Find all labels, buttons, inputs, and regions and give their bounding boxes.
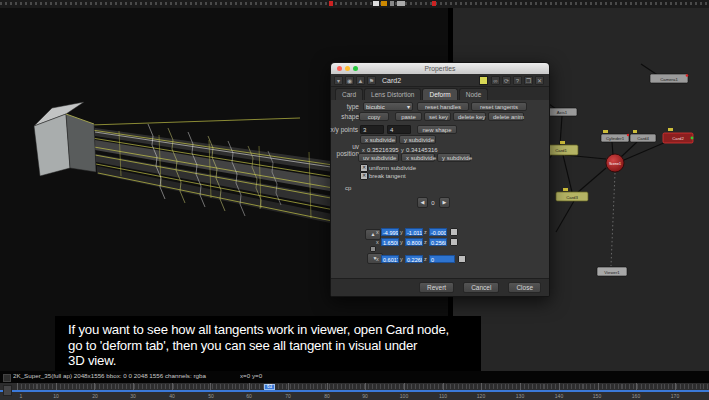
- tab-bar: Card Lens Distortion Deform Node: [331, 87, 549, 101]
- center-node-icon[interactable]: ◉: [345, 76, 354, 85]
- mac-close-button[interactable]: [337, 66, 342, 71]
- svg-text:80: 80: [324, 393, 330, 399]
- link-icon[interactable]: ∞: [491, 76, 500, 85]
- tangent-r3-y-field[interactable]: 0.22686273: [405, 255, 423, 263]
- break-tangent-label: break tangent: [369, 173, 406, 179]
- x-subdivide-button[interactable]: x subdivide: [360, 135, 397, 144]
- refresh-icon[interactable]: ⟳: [502, 76, 511, 85]
- revert-button[interactable]: Revert: [419, 282, 454, 293]
- tangent-r2-z-field[interactable]: 0.25603407: [429, 238, 447, 246]
- help-icon[interactable]: ?: [513, 76, 522, 85]
- tab-deform[interactable]: Deform: [422, 88, 457, 100]
- reset-tangents-button[interactable]: reset tangents: [471, 102, 527, 111]
- x-subdivide2-button[interactable]: x subdivide: [401, 153, 435, 162]
- uv-x-label: x: [362, 147, 365, 153]
- svg-text:Axis1: Axis1: [557, 110, 568, 115]
- next-cp-button[interactable]: ▶: [439, 197, 450, 208]
- node-color-swatch[interactable]: [479, 76, 488, 85]
- svg-text:Viewer1: Viewer1: [604, 270, 620, 275]
- ruler-marker-orange-icon: [381, 1, 387, 6]
- node-name-field[interactable]: Card2: [382, 77, 476, 84]
- tangent-r1-y-field[interactable]: -1.0110113: [405, 228, 423, 236]
- tab-card[interactable]: Card: [335, 88, 363, 100]
- caption-line-1: If you want to see how all tangents work…: [68, 322, 481, 338]
- properties-title: Properties: [347, 65, 532, 73]
- y-subdivide-button[interactable]: y subdivide: [399, 135, 436, 144]
- reset-handles-button[interactable]: reset handles: [417, 102, 469, 111]
- tangent-r3-x-field[interactable]: 0.60174042: [381, 255, 399, 263]
- xy-points-label: x/y points: [330, 126, 358, 133]
- z-axis-label: z: [424, 239, 427, 245]
- tangent-r3-anim-toggle[interactable]: [458, 255, 466, 263]
- tangent-r1-z-field[interactable]: -0.0000005: [429, 228, 447, 236]
- tab-lens-distortion[interactable]: Lens Distortion: [364, 88, 421, 100]
- top-frame-ruler[interactable]: [0, 0, 709, 8]
- paste-button[interactable]: paste: [395, 112, 422, 121]
- svg-text:150: 150: [593, 393, 602, 399]
- svg-text:140: 140: [555, 393, 564, 399]
- tangent-link-dot[interactable]: [370, 246, 376, 252]
- node-error-dot-icon: [627, 134, 629, 136]
- break-tangent-checkbox[interactable]: ✕: [360, 172, 368, 180]
- node-flag-icon: [633, 130, 637, 133]
- new-shape-button[interactable]: new shape: [417, 125, 457, 134]
- stack-toggle-icon[interactable]: ▾: [334, 76, 343, 85]
- svg-text:Card1: Card1: [555, 148, 567, 153]
- timeline-playhead[interactable]: 63: [264, 384, 275, 390]
- prev-cp-button[interactable]: ◀: [417, 197, 428, 208]
- float-window-icon[interactable]: ❐: [524, 76, 533, 85]
- cursor-position: x=0 y=0: [240, 373, 262, 380]
- svg-text:130: 130: [516, 393, 525, 399]
- uniform-subdivide-label: uniform subdivide: [369, 165, 416, 171]
- delete-anim-button[interactable]: delete anim: [488, 112, 524, 121]
- uv-x-value[interactable]: 0.35216395: [367, 147, 399, 153]
- bookmark-icon[interactable]: ⚑: [367, 76, 376, 85]
- node-camera[interactable]: Camera1: [650, 74, 688, 83]
- timeline-bar[interactable]: 63 1 10 20 30 40 50 60 70 80 90 100 110 …: [0, 383, 709, 400]
- node-flag-icon: [563, 188, 568, 191]
- tangent-r2-y-field[interactable]: 0.80000001: [405, 238, 423, 246]
- node-viewer[interactable]: Viewer1: [597, 267, 627, 276]
- svg-text:Cylinder1: Cylinder1: [606, 136, 625, 141]
- format-info: 2K_Super_35(full ap) 2048x1556 bbox: 0 0…: [13, 373, 206, 380]
- svg-text:Card4: Card4: [637, 136, 649, 141]
- copy-button[interactable]: copy: [359, 112, 389, 121]
- node-header-row: ▾ ◉ ▲ ⚑ Card2 ∞ ⟳ ? ❐ ✕: [331, 74, 549, 87]
- svg-text:1: 1: [20, 393, 23, 399]
- set-key-button[interactable]: set key: [424, 112, 451, 121]
- svg-text:40: 40: [169, 393, 175, 399]
- uv-y-value[interactable]: 0.34145316: [406, 147, 438, 153]
- properties-window[interactable]: Properties ▾ ◉ ▲ ⚑ Card2 ∞ ⟳ ? ❐ ✕ Card …: [330, 62, 550, 297]
- tangent-r1-x-field[interactable]: -4.9999494: [381, 228, 399, 236]
- cancel-button[interactable]: Cancel: [463, 282, 499, 293]
- tangent-r2-x-field[interactable]: 1.65002200: [381, 238, 399, 246]
- y-subdivide2-button[interactable]: y subdivide: [437, 153, 471, 162]
- tangent-r1-anim-toggle[interactable]: [450, 228, 458, 236]
- tangent-r3-z-field[interactable]: 0: [429, 255, 455, 263]
- delete-key-button[interactable]: delete key: [453, 112, 486, 121]
- node-axis[interactable]: Axis1: [547, 108, 577, 116]
- svg-text:Camera1: Camera1: [660, 77, 678, 82]
- uv-subdivide-button[interactable]: uv subdivide: [358, 153, 399, 162]
- node-flag-icon: [560, 141, 565, 144]
- panel-footer: Revert Cancel Close: [331, 278, 549, 296]
- cp-index-value: 0: [429, 200, 437, 206]
- x-axis-label: x: [376, 239, 379, 245]
- svg-text:110: 110: [439, 393, 447, 399]
- node-scene[interactable]: Scene1: [606, 154, 624, 172]
- panel-close-icon[interactable]: ✕: [535, 76, 544, 85]
- svg-text:Card2: Card2: [672, 136, 684, 141]
- close-button[interactable]: Close: [508, 282, 541, 293]
- cp-label: cp: [345, 185, 351, 191]
- y-axis-label: y: [400, 239, 403, 245]
- svg-text:50: 50: [208, 393, 214, 399]
- tangent-r2-anim-toggle[interactable]: [450, 238, 458, 246]
- properties-titlebar[interactable]: Properties: [331, 63, 549, 74]
- node-error-dot-icon: [686, 74, 689, 77]
- float-panel-icon[interactable]: ▲: [356, 76, 365, 85]
- type-dropdown[interactable]: bicubic ▾: [363, 102, 413, 111]
- x-points-field[interactable]: 3: [360, 125, 384, 134]
- tab-node[interactable]: Node: [459, 88, 489, 100]
- y-points-field[interactable]: 4: [387, 125, 411, 134]
- ruler-marker-white-icon: [373, 1, 379, 6]
